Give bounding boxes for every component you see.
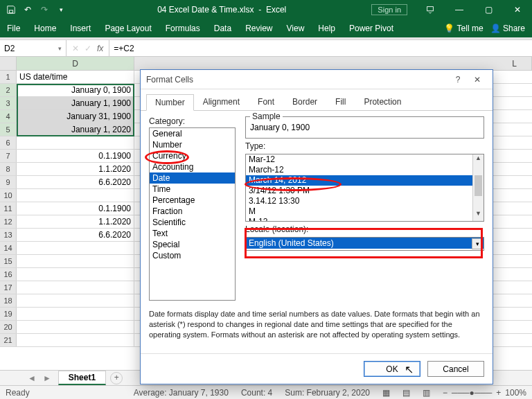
new-sheet-button[interactable]: +: [110, 372, 123, 384]
zoom-out-button[interactable]: −: [443, 388, 447, 398]
row-header[interactable]: 12: [0, 215, 17, 228]
cell-d2[interactable]: January 0, 1900: [17, 84, 134, 96]
row-header[interactable]: 5: [0, 123, 17, 136]
row-header[interactable]: 9: [0, 176, 17, 188]
zoom-slider[interactable]: ───●───: [452, 388, 492, 398]
dlgtab-number[interactable]: Number: [146, 94, 194, 111]
category-option[interactable]: Accounting: [150, 161, 235, 172]
ok-button[interactable]: OK: [364, 361, 420, 377]
row-header[interactable]: 17: [0, 281, 17, 294]
redo-icon[interactable]: ↷: [39, 4, 50, 15]
type-list[interactable]: Mar-12March-12March 14, 20123/14/12 1:30…: [245, 154, 484, 222]
view-layout-icon[interactable]: ▤: [402, 388, 410, 398]
share-button[interactable]: 👤 Share: [490, 24, 525, 33]
undo-icon[interactable]: ↶: [22, 4, 33, 15]
category-option[interactable]: General: [150, 128, 235, 139]
cell-d6[interactable]: [17, 136, 134, 149]
dlgtab-font[interactable]: Font: [249, 94, 283, 110]
cell-d7[interactable]: 0.1.1900: [17, 150, 134, 162]
scroll-down-icon[interactable]: ▼: [473, 210, 484, 221]
row-header[interactable]: 18: [0, 294, 17, 307]
cell-d15[interactable]: [17, 255, 134, 267]
row-header[interactable]: 19: [0, 308, 17, 320]
dlgtab-border[interactable]: Border: [283, 94, 326, 110]
cell-d3[interactable]: January 1, 1900: [17, 97, 134, 109]
cell-d5[interactable]: January 1, 2020: [17, 123, 134, 136]
type-option[interactable]: March 14, 2012: [246, 175, 484, 186]
category-option[interactable]: Number: [150, 139, 235, 150]
cell-d17[interactable]: [17, 281, 134, 294]
type-option[interactable]: March-12: [246, 165, 484, 175]
tab-page-layout[interactable]: Page Layout: [98, 19, 158, 37]
cancel-formula-icon[interactable]: ✕: [72, 44, 79, 53]
sign-in-button[interactable]: Sign in: [371, 4, 407, 15]
type-option[interactable]: 3/14/12 1:30 PM: [246, 186, 484, 196]
dialog-close-icon[interactable]: ✕: [468, 75, 487, 85]
cell-d4[interactable]: January 31, 1900: [17, 110, 134, 123]
tab-file[interactable]: File: [0, 19, 27, 37]
zoom-in-button[interactable]: +: [496, 388, 501, 398]
maximize-icon[interactable]: ▢: [474, 0, 503, 19]
category-option[interactable]: Special: [150, 239, 235, 250]
category-option[interactable]: Time: [150, 184, 235, 195]
sheet-tab-sheet1[interactable]: Sheet1: [58, 371, 106, 385]
tab-formulas[interactable]: Formulas: [159, 19, 207, 37]
category-list[interactable]: GeneralNumberCurrencyAccountingDateTimeP…: [149, 127, 236, 301]
cell-d12[interactable]: 1.1.2020: [17, 215, 134, 228]
tab-power-pivot[interactable]: Power Pivot: [342, 19, 400, 37]
sheet-nav-next[interactable]: ►: [43, 373, 51, 383]
save-icon[interactable]: [6, 4, 17, 15]
cell-d11[interactable]: 0.1.1900: [17, 202, 134, 215]
dlgtab-alignment[interactable]: Alignment: [194, 94, 249, 110]
zoom-level[interactable]: 100%: [505, 388, 526, 398]
cell-d16[interactable]: [17, 268, 134, 281]
name-box[interactable]: D2▾: [0, 40, 66, 56]
tab-review[interactable]: Review: [238, 19, 279, 37]
tell-me[interactable]: 💡 Tell me: [444, 24, 483, 33]
row-header[interactable]: 7: [0, 150, 17, 162]
cell-d20[interactable]: [17, 321, 134, 333]
cell-d8[interactable]: 1.1.2020: [17, 163, 134, 175]
chevron-down-icon[interactable]: ▾: [472, 238, 483, 249]
scroll-up-icon[interactable]: ▲: [473, 154, 484, 166]
type-option[interactable]: Mar-12: [246, 154, 484, 165]
row-header[interactable]: 16: [0, 268, 17, 281]
col-header-l[interactable]: L: [497, 57, 532, 70]
row-header[interactable]: 8: [0, 163, 17, 175]
scroll-thumb[interactable]: [475, 175, 482, 196]
col-header-d[interactable]: D: [17, 57, 134, 70]
tab-data[interactable]: Data: [207, 19, 238, 37]
category-option[interactable]: Fraction: [150, 206, 235, 217]
category-option[interactable]: Currency: [150, 150, 235, 161]
type-option[interactable]: 3.14.12 13:30: [246, 196, 484, 206]
tab-view[interactable]: View: [280, 19, 312, 37]
dlgtab-protection[interactable]: Protection: [355, 94, 410, 110]
row-header[interactable]: 20: [0, 321, 17, 333]
cell-d18[interactable]: [17, 294, 134, 307]
view-normal-icon[interactable]: ▦: [382, 388, 390, 398]
ribbon-options-icon[interactable]: [416, 0, 445, 19]
row-header[interactable]: 14: [0, 242, 17, 254]
sheet-nav-prev[interactable]: ◄: [28, 373, 36, 383]
fx-icon[interactable]: fx: [97, 44, 103, 53]
row-header[interactable]: 15: [0, 255, 17, 267]
row-header[interactable]: 10: [0, 189, 17, 202]
cell-d14[interactable]: [17, 242, 134, 254]
category-option[interactable]: Scientific: [150, 217, 235, 228]
locale-dropdown[interactable]: English (United States) ▾: [245, 237, 484, 251]
type-option[interactable]: M-12: [246, 217, 484, 222]
type-option[interactable]: M: [246, 206, 484, 217]
category-option[interactable]: Custom: [150, 250, 235, 261]
dlgtab-fill[interactable]: Fill: [326, 94, 355, 110]
row-header[interactable]: 13: [0, 229, 17, 241]
category-option[interactable]: Text: [150, 228, 235, 239]
category-option[interactable]: Percentage: [150, 195, 235, 206]
qat-dropdown-icon[interactable]: ▾: [55, 4, 66, 15]
category-option[interactable]: Date: [150, 172, 235, 184]
tab-home[interactable]: Home: [27, 19, 63, 37]
cell-d9[interactable]: 6.6.2020: [17, 176, 134, 188]
row-header[interactable]: 2: [0, 84, 17, 96]
cell-d21[interactable]: [17, 334, 134, 346]
row-header[interactable]: 21: [0, 334, 17, 346]
close-icon[interactable]: ✕: [503, 0, 532, 19]
